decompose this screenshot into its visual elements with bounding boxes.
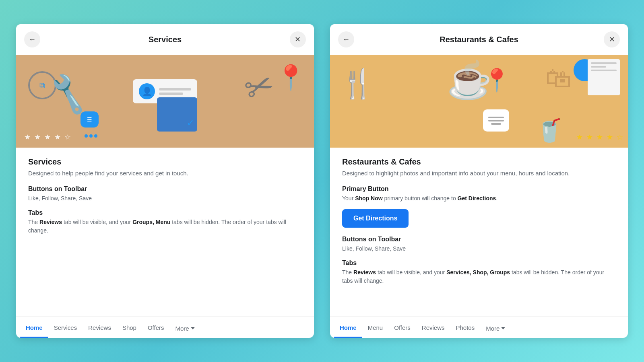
doc-line	[591, 70, 617, 71]
restaurants-header: ← Restaurants & Cafes ✕	[330, 24, 628, 55]
restaurants-buttons-desc: Like, Follow, Share, Save	[342, 245, 616, 253]
scissors-icon: ✂	[239, 64, 280, 111]
restaurants-panel: ← Restaurants & Cafes ✕ ☕ 🍴 📍 🛍 🥤 ★ ★ ★ …	[330, 24, 628, 338]
restaurants-hero-image: ☕ 🍴 📍 🛍 🥤 ★ ★ ★ ★ ☆	[330, 55, 628, 148]
tab-photos-r[interactable]: Photos	[450, 317, 480, 338]
services-content: Services Designed to help people find yo…	[16, 148, 314, 317]
reviews-tab-bold: Reviews	[39, 219, 62, 225]
tab-more-r[interactable]: More	[480, 318, 511, 337]
tab-reviews-r[interactable]: Reviews	[416, 317, 450, 338]
dot-icon	[85, 134, 88, 138]
services-buttons-title: Buttons on Toolbar	[28, 185, 302, 193]
speech-line	[488, 117, 504, 118]
services-tabs-title: Tabs	[28, 209, 302, 216]
tab-offers[interactable]: Offers	[142, 317, 170, 338]
shopping-bag-icon: 🛍	[545, 63, 572, 93]
services-title: Services	[149, 35, 182, 44]
avatar-icon: 👤	[139, 83, 155, 99]
location-pin-icon: 📍	[483, 67, 511, 93]
profile-line	[159, 88, 191, 90]
profile-line	[159, 93, 183, 95]
hidden-tabs-bold: Services, Shop, Groups	[446, 269, 510, 276]
restaurants-section-title: Restaurants & Cafes	[342, 157, 616, 167]
restaurants-back-button[interactable]: ←	[338, 31, 354, 47]
document-icon	[588, 59, 620, 95]
reviews-bold: Reviews	[353, 269, 376, 276]
get-directions-bold: Get Directions	[458, 195, 496, 202]
restaurants-buttons-title: Buttons on Toolbar	[342, 236, 616, 243]
chat-dots-icon	[85, 134, 97, 138]
stars-right-icon: ★ ★ ★ ★ ☆	[576, 133, 624, 142]
services-close-button[interactable]: ✕	[290, 31, 306, 47]
drink-icon: 🥤	[536, 117, 564, 144]
profile-lines	[159, 88, 191, 95]
map-pin-icon: 📍	[276, 63, 306, 92]
calendar-icon: ✓	[157, 97, 197, 132]
chevron-down-icon-r	[501, 327, 505, 329]
restaurants-tabs-bar: Home Menu Offers Reviews Photos More	[330, 317, 628, 338]
speech-line	[491, 123, 501, 125]
services-tabs-bar: Home Services Reviews Shop Offers More	[16, 317, 314, 338]
chat-bubble-icon: ☰	[80, 111, 99, 128]
tab-services[interactable]: Services	[48, 317, 83, 338]
tab-home[interactable]: Home	[20, 317, 48, 338]
services-header: ← Services ✕	[16, 24, 314, 55]
restaurants-section-desc: Designed to highlight photos and importa…	[342, 169, 616, 178]
speech-line	[488, 120, 504, 121]
fork-icon: 🍴	[340, 67, 375, 100]
tab-offers-r[interactable]: Offers	[388, 317, 416, 338]
tab-menu-r[interactable]: Menu	[362, 317, 389, 338]
services-hero-image: ⧉ 🔧 👤 ☰ ✓ ✂ 📍 ★ ★ ★ ★ ☆	[16, 55, 314, 148]
restaurants-primary-btn-title: Primary Button	[342, 185, 616, 193]
doc-line	[591, 62, 617, 64]
services-panel: ← Services ✕ ⧉ 🔧 👤 ☰ ✓ ✂	[16, 24, 314, 338]
services-section-desc: Designed to help people find your servic…	[28, 169, 302, 178]
tab-more[interactable]: More	[170, 318, 200, 337]
more-label: More	[175, 325, 189, 332]
restaurants-tabs-desc: The Reviews tab will be visible, and you…	[342, 268, 616, 285]
tab-shop[interactable]: Shop	[117, 317, 142, 338]
restaurants-content: Restaurants & Cafes Designed to highligh…	[330, 148, 628, 317]
services-back-button[interactable]: ←	[24, 31, 40, 47]
restaurants-close-button[interactable]: ✕	[604, 31, 620, 47]
more-label-r: More	[486, 325, 500, 332]
restaurants-tabs-title: Tabs	[342, 259, 616, 267]
shop-now-bold: Shop Now	[355, 195, 382, 202]
get-directions-button[interactable]: Get Directions	[342, 209, 409, 228]
stars-icon: ★ ★ ★ ★ ☆	[24, 133, 72, 142]
restaurants-title: Restaurants & Cafes	[440, 35, 518, 44]
services-tabs-desc: The Reviews tab will be visible, and you…	[28, 218, 302, 235]
dot-icon	[94, 134, 97, 138]
services-buttons-desc: Like, Follow, Share, Save	[28, 194, 302, 203]
dot-icon	[89, 134, 93, 138]
tab-home-r[interactable]: Home	[334, 317, 362, 338]
restaurants-primary-btn-desc: Your Shop Now primary button will change…	[342, 194, 616, 203]
doc-line	[591, 66, 606, 68]
services-section-title: Services	[28, 157, 302, 167]
tab-reviews[interactable]: Reviews	[83, 317, 117, 338]
chevron-down-icon	[191, 327, 195, 329]
speech-bubble-icon	[483, 109, 509, 132]
checkmark-icon: ✓	[187, 118, 194, 128]
hidden-tabs-bold: Groups, Menu	[132, 219, 170, 225]
